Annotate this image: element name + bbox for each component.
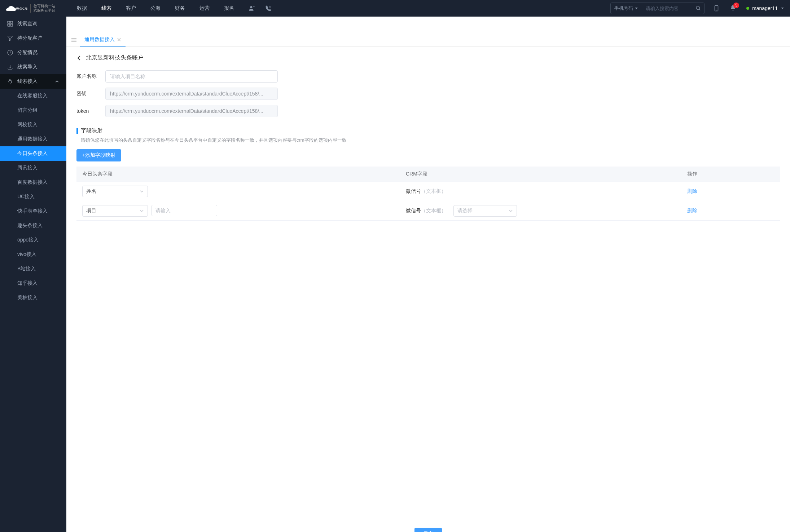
close-icon[interactable]: [117, 37, 121, 42]
delete-link[interactable]: 删除: [687, 208, 697, 213]
table-row: 项目微信号（文本框）请选择删除: [76, 201, 780, 221]
th-operation: 操作: [681, 167, 780, 182]
plug-icon: [7, 79, 13, 84]
logo-cloud-icon: 云朵CRM: [6, 4, 27, 13]
sidebar-sub-item[interactable]: oppo接入: [0, 233, 66, 247]
sidebar-sub-item[interactable]: 腾讯接入: [0, 161, 66, 175]
toutiao-field-select[interactable]: 项目: [82, 205, 148, 217]
sidebar: 线索查询 待分配客户 分配情况 线索导入 线索接入 在线客服接入留言分组网校接入…: [0, 17, 66, 532]
sidebar-sub-item[interactable]: UC接入: [0, 190, 66, 204]
top-header: 云朵CRM 教育机构一站 式服务云平台 数据 线索 客户 公海 财务 运营 报名…: [0, 0, 790, 17]
sidebar-item-access[interactable]: 线索接入: [0, 74, 66, 89]
clock-icon: [7, 50, 13, 56]
sidebar-sub-item[interactable]: 趣头条接入: [0, 218, 66, 233]
nav-customer[interactable]: 客户: [126, 5, 136, 12]
nav-data[interactable]: 数据: [77, 5, 87, 12]
sidebar-sub-item[interactable]: 知乎接入: [0, 276, 66, 291]
sidebar-sub-item[interactable]: 百度数据接入: [0, 175, 66, 190]
crm-field-hint: （文本框）: [421, 208, 446, 213]
breadcrumb: 北京昱新科技头条账户: [76, 54, 780, 62]
svg-point-1: [250, 6, 253, 8]
sidebar-sub-item[interactable]: 留言分组: [0, 103, 66, 118]
nav-operate[interactable]: 运营: [199, 5, 210, 12]
th-crm-field: CRM字段: [400, 167, 681, 182]
account-name-input[interactable]: [105, 70, 278, 83]
section-title: 字段映射: [81, 127, 102, 134]
mapping-table: 今日头条字段 CRM字段 操作 姓名微信号（文本框）删除项目微信号（文本框）请选…: [76, 167, 780, 221]
sidebar-sub-item[interactable]: 快手表单接入: [0, 204, 66, 218]
collapse-icon[interactable]: [71, 37, 77, 43]
secret-input[interactable]: [105, 88, 278, 100]
add-user-icon[interactable]: [249, 5, 255, 12]
table-row: 姓名微信号（文本框）删除: [76, 182, 780, 201]
label-token: token: [76, 108, 105, 114]
caret-down-icon: [781, 6, 784, 10]
notification-badge: 5: [733, 3, 739, 8]
search-button[interactable]: [693, 3, 704, 14]
label-secret: 密钥: [76, 90, 105, 97]
sidebar-sub-item[interactable]: 美柚接入: [0, 291, 66, 305]
th-toutiao-field: 今日头条字段: [76, 167, 400, 182]
nav-finance[interactable]: 财务: [175, 5, 185, 12]
chevron-up-icon: [55, 79, 59, 84]
caret-down-icon: [140, 189, 144, 194]
grid-icon: [7, 21, 13, 27]
section-bar: [76, 128, 78, 134]
svg-text:云朵CRM: 云朵CRM: [16, 7, 27, 10]
sidebar-item-distribution[interactable]: 分配情况: [0, 45, 66, 60]
sidebar-sub-item[interactable]: 今日头条接入: [0, 146, 66, 161]
crm-field-label: 微信号: [406, 188, 421, 194]
crm-field-select[interactable]: 请选择: [453, 205, 517, 217]
logo[interactable]: 云朵CRM 教育机构一站 式服务云平台: [6, 4, 55, 13]
call-icon[interactable]: [265, 5, 272, 12]
toutiao-field-input[interactable]: [152, 205, 217, 216]
main-nav: 数据 线索 客户 公海 财务 运营 报名: [77, 5, 234, 12]
save-button[interactable]: 保存: [414, 528, 442, 532]
phone-icon[interactable]: [713, 5, 720, 12]
svg-point-4: [716, 10, 717, 11]
caret-down-icon: [140, 209, 144, 213]
search-icon: [695, 5, 701, 11]
add-mapping-button[interactable]: +添加字段映射: [76, 149, 121, 161]
status-dot: [746, 7, 749, 10]
sidebar-item-import[interactable]: 线索导入: [0, 60, 66, 74]
username: manager11: [752, 5, 778, 11]
notification-bell[interactable]: 5: [730, 5, 736, 12]
search-input[interactable]: [642, 6, 693, 11]
tab-general-data[interactable]: 通用数据接入: [80, 33, 126, 46]
caret-down-icon: [509, 209, 513, 213]
sidebar-sub-item[interactable]: 在线客服接入: [0, 89, 66, 103]
nav-public[interactable]: 公海: [150, 5, 161, 12]
nav-signup[interactable]: 报名: [224, 5, 234, 12]
crm-field-hint: （文本框）: [421, 188, 446, 194]
delete-link[interactable]: 删除: [687, 188, 697, 194]
token-input[interactable]: [105, 105, 278, 117]
search-box: 手机号码: [610, 3, 705, 14]
crm-field-label: 微信号: [406, 208, 421, 213]
sidebar-item-pending[interactable]: 待分配客户: [0, 31, 66, 45]
sidebar-sub-item[interactable]: B站接入: [0, 262, 66, 276]
label-account: 账户名称: [76, 73, 105, 80]
tabs-bar: 通用数据接入: [66, 33, 790, 47]
upload-icon: [7, 64, 13, 70]
filter-icon: [7, 35, 13, 41]
logo-tag1: 教育机构一站: [34, 4, 55, 8]
user-menu[interactable]: manager11: [746, 5, 784, 11]
caret-down-icon: [635, 6, 638, 10]
back-icon[interactable]: [76, 55, 82, 61]
svg-point-2: [696, 6, 699, 9]
search-type-select[interactable]: 手机号码: [611, 3, 642, 14]
footer: 保存: [66, 522, 790, 532]
sidebar-item-clue-query[interactable]: 线索查询: [0, 17, 66, 31]
page-title: 北京昱新科技头条账户: [86, 54, 144, 62]
sidebar-sub-item[interactable]: 通用数据接入: [0, 132, 66, 146]
toutiao-field-select[interactable]: 姓名: [82, 186, 148, 197]
sidebar-sub-item[interactable]: vivo接入: [0, 247, 66, 262]
sidebar-sub-item[interactable]: 网校接入: [0, 118, 66, 132]
main-content: 通用数据接入 北京昱新科技头条账户 账户名称 密钥 token 字段映射 请确保…: [66, 33, 790, 532]
logo-tag2: 式服务云平台: [34, 8, 55, 13]
nav-clue[interactable]: 线索: [101, 5, 111, 12]
section-hint: 请确保您在此填写的头条自定义字段名称与在今日头条平台中自定义的字段名称一致，并且…: [81, 137, 780, 143]
